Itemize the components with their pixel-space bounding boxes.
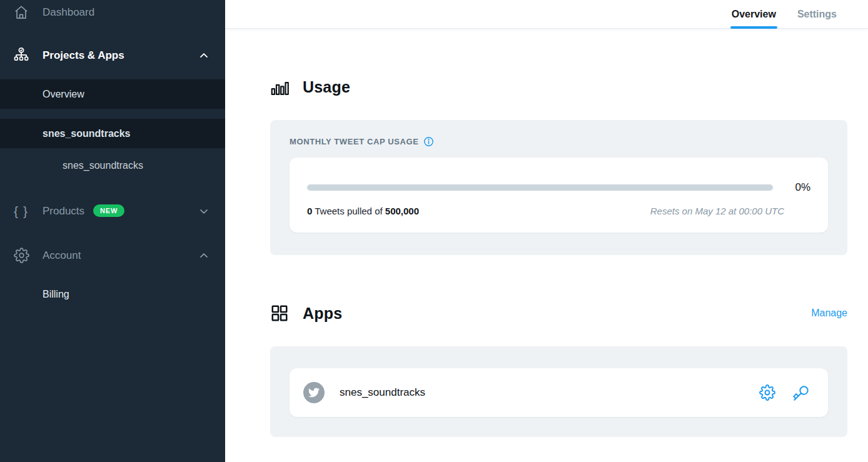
usage-title: Usage — [303, 78, 350, 96]
apps-section-header: Apps Manage — [270, 304, 847, 323]
tweet-cap-progress-bar — [307, 184, 773, 191]
page-tabs-bar: Overview Settings — [225, 0, 868, 29]
sitemap-icon — [0, 47, 43, 64]
tweet-cap-card: MONTHLY TWEET CAP USAGE 0% — [270, 120, 847, 255]
reset-date-text: Resets on May 12 at 00:00 UTC — [650, 206, 784, 216]
tweet-cap-percent: 0% — [789, 181, 810, 194]
sidebar-item-account[interactable]: Account — [0, 241, 225, 270]
grid-icon — [270, 304, 289, 323]
apps-title: Apps — [303, 304, 342, 323]
app-keys-key-icon[interactable] — [792, 384, 809, 401]
sidebar-item-label: Projects & Apps — [43, 49, 198, 62]
apps-card: snes_soundtracks — [270, 346, 847, 437]
sidebar-item-label: Account — [43, 249, 198, 262]
tab-overview[interactable]: Overview — [732, 0, 776, 29]
app-settings-gear-icon[interactable] — [759, 384, 775, 401]
sidebar-item-dashboard[interactable]: Dashboard — [0, 0, 225, 25]
bar-chart-icon — [270, 78, 289, 96]
new-badge: NEW — [93, 204, 124, 217]
app-row[interactable]: snes_soundtracks — [290, 368, 828, 417]
tweet-cap-label: MONTHLY TWEET CAP USAGE — [290, 137, 418, 146]
usage-section-header: Usage — [270, 78, 847, 96]
braces-icon: { } — [0, 204, 43, 219]
tweet-cap-usage-panel: 0% 0 Tweets pulled of 500,000 Resets on … — [290, 158, 828, 233]
chevron-up-icon — [198, 249, 210, 262]
tab-settings[interactable]: Settings — [797, 0, 837, 29]
main-content: Overview Settings Usage MONTHLY TWEET CA… — [225, 0, 868, 462]
sidebar-item-products[interactable]: { } ProductsNEW — [0, 196, 225, 226]
sidebar-item-project-app[interactable]: snes_soundtracks — [0, 151, 225, 180]
sidebar: Dashboard Projects & Apps Overview snes_… — [0, 0, 225, 462]
gear-icon — [0, 248, 43, 263]
twitter-bird-icon — [303, 382, 325, 403]
app-name: snes_soundtracks — [340, 386, 744, 399]
tweets-pulled-text: 0 Tweets pulled of 500,000 — [307, 206, 419, 216]
manage-apps-link[interactable]: Manage — [811, 308, 847, 319]
sidebar-item-projects-apps[interactable]: Projects & Apps — [0, 41, 225, 70]
sidebar-item-overview[interactable]: Overview — [0, 79, 225, 109]
info-icon[interactable] — [423, 136, 434, 147]
sidebar-item-project[interactable]: snes_soundtracks — [0, 119, 225, 148]
sidebar-item-label: ProductsNEW — [43, 204, 198, 218]
chevron-up-icon — [198, 49, 210, 62]
sidebar-item-billing[interactable]: Billing — [0, 279, 225, 309]
chevron-down-icon — [198, 205, 210, 218]
sidebar-item-label: Dashboard — [43, 6, 210, 19]
home-icon — [0, 4, 43, 21]
